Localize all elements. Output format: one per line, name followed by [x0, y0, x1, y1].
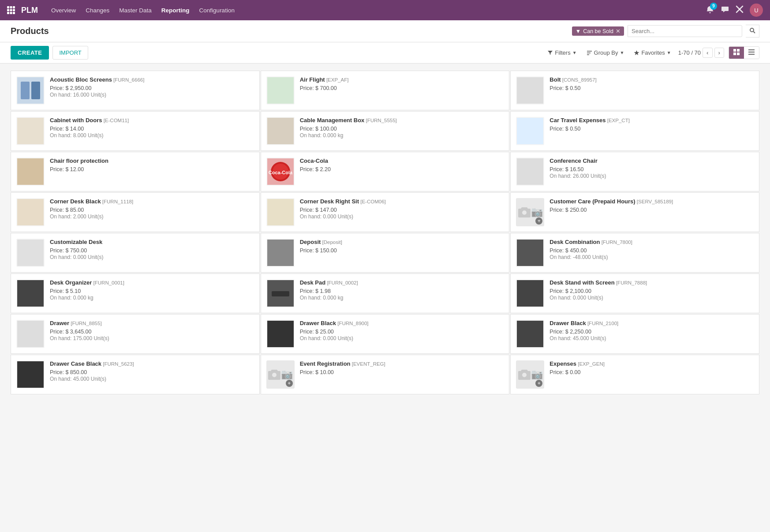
toolbar-right: Filters ▼ Group By ▼ Favorites ▼ 1-70 / … — [545, 46, 759, 59]
filter-tag[interactable]: ▼ Can be Sold ✕ — [572, 26, 624, 36]
product-info: Car Travel Expenses [EXP_CT] Price: $ 0.… — [549, 117, 754, 132]
svg-rect-43 — [517, 158, 543, 185]
product-card[interactable]: ✏ Desk Organizer [FURN_0001] Price: $ 5.… — [11, 273, 260, 313]
nav-overview[interactable]: Overview — [51, 7, 76, 14]
nav-configuration[interactable]: Configuration — [199, 7, 235, 14]
product-stock: On hand: 8.000 Unit(s) — [50, 132, 254, 139]
product-name: Cable Management Box [FURN_5555] — [300, 117, 504, 124]
product-image: + — [516, 360, 544, 389]
product-card[interactable]: + Customer Care (Prepaid Hours) [SERV_58… — [510, 192, 759, 232]
product-card[interactable]: 🗄 Drawer [FURN_8855] Price: $ 3,645.00 O… — [11, 314, 260, 354]
nav-reporting[interactable]: Reporting — [161, 7, 190, 14]
product-name: Desk Pad [FURN_0002] — [300, 279, 504, 287]
product-image: 🖥 — [266, 198, 295, 226]
grid-view-button[interactable] — [729, 47, 744, 59]
filter-remove-button[interactable]: ✕ — [616, 28, 620, 34]
product-price: Price: $ 450.00 — [549, 247, 754, 254]
product-name: Event Registration [EVENT_REG] — [300, 360, 504, 368]
product-image: + — [266, 360, 295, 389]
pagination-next[interactable]: › — [714, 48, 724, 58]
filters-label: Filters — [555, 49, 570, 56]
product-card[interactable]: 🗄 Drawer Case Black [FURN_5623] Price: $… — [11, 355, 260, 394]
user-avatar[interactable]: U — [750, 4, 763, 17]
product-card[interactable]: Coca-Cola Coca-Cola Price: $ 2.20 — [261, 152, 510, 191]
product-card[interactable]: 📦 Cable Management Box [FURN_5555] Price… — [261, 111, 510, 151]
product-price: Price: $ 750.00 — [50, 247, 254, 254]
product-card[interactable]: 🖥 Desk Stand with Screen [FURN_7888] Pri… — [510, 273, 759, 313]
product-card[interactable]: 🗄 Desk Combination [FURN_7800] Price: $ … — [510, 233, 759, 273]
import-button[interactable]: IMPORT — [52, 46, 88, 60]
product-stock: On hand: 0.000 Unit(s) — [50, 254, 254, 260]
product-card[interactable]: 🖥 Customizable Desk Price: $ 750.00 On h… — [11, 233, 260, 273]
app-logo[interactable]: PLM — [21, 6, 38, 15]
product-name: Deposit [Deposit] — [300, 239, 504, 246]
product-card[interactable]: 🚗 Car Travel Expenses [EXP_CT] Price: $ … — [510, 111, 759, 151]
product-info: Drawer Black [FURN_8900] Price: $ 25.00 … — [300, 320, 504, 341]
product-price: Price: $ 0.00 — [549, 369, 754, 375]
product-image: 🖥 — [16, 198, 45, 226]
toolbar-left: CREATE IMPORT — [11, 46, 88, 60]
product-card[interactable]: Acoustic Bloc Screens [FURN_6666] Price:… — [11, 71, 260, 110]
svg-rect-33 — [267, 118, 294, 144]
product-image: 🗄 — [16, 360, 45, 389]
product-card[interactable]: 🖥 Corner Desk Black [FURN_1118] Price: $… — [11, 192, 260, 232]
product-card[interactable]: 🔩 Bolt [CONS_89957] Price: $ 0.50 — [510, 71, 759, 110]
product-image: Coca-Cola — [266, 157, 295, 186]
product-card[interactable]: Desk Pad [FURN_0002] Price: $ 1.98 On ha… — [261, 273, 510, 313]
product-card[interactable]: + Event Registration [EVENT_REG] Price: … — [261, 355, 510, 394]
product-info: Desk Organizer [FURN_0001] Price: $ 5.10… — [50, 279, 254, 301]
group-by-dropdown[interactable]: Group By ▼ — [584, 48, 627, 58]
product-stock: On hand: 45.000 Unit(s) — [50, 376, 254, 382]
product-image — [16, 76, 45, 105]
pagination-prev[interactable]: ‹ — [703, 48, 712, 58]
product-info: Event Registration [EVENT_REG] Price: $ … — [300, 360, 504, 375]
product-name: Acoustic Bloc Screens [FURN_6666] — [50, 76, 254, 84]
grid-menu-icon[interactable] — [7, 6, 15, 14]
product-card[interactable]: 🪑 Chair floor protection Price: $ 12.00 — [11, 152, 260, 191]
product-card[interactable]: 🪑 Conference Chair Price: $ 16.50 On han… — [510, 152, 759, 191]
product-image: 🪑 — [516, 157, 544, 186]
chat-icon[interactable] — [721, 5, 729, 15]
product-stock: On hand: 0.000 Unit(s) — [300, 214, 504, 220]
product-info: Desk Combination [FURN_7800] Price: $ 45… — [549, 239, 754, 260]
favorites-dropdown[interactable]: Favorites ▼ — [631, 48, 673, 58]
product-ref: [EXP_CT] — [606, 118, 630, 123]
svg-rect-6 — [7, 12, 9, 14]
product-stock: On hand: 45.000 Unit(s) — [549, 335, 754, 341]
product-card[interactable]: + Expenses [EXP_GEN] Price: $ 0.00 — [510, 355, 759, 394]
svg-rect-61 — [17, 321, 44, 347]
nav-master-data[interactable]: Master Data — [119, 7, 152, 14]
search-input[interactable] — [628, 25, 742, 37]
nav-changes[interactable]: Changes — [86, 7, 109, 14]
product-name: Drawer Black [FURN_8900] — [300, 320, 504, 327]
product-name: Air Flight [EXP_AF] — [300, 76, 504, 84]
svg-rect-35 — [517, 118, 543, 144]
product-price: Price: $ 1.98 — [300, 288, 504, 294]
search-button[interactable] — [746, 25, 759, 37]
product-info: Coca-Cola Price: $ 2.20 — [300, 157, 504, 172]
filters-dropdown[interactable]: Filters ▼ — [545, 48, 579, 58]
product-ref: [E-COM11] — [102, 118, 129, 123]
product-card[interactable]: 🗄 Cabinet with Doors [E-COM11] Price: $ … — [11, 111, 260, 151]
list-view-button[interactable] — [744, 47, 759, 59]
close-icon[interactable] — [736, 5, 744, 15]
product-card[interactable]: 🗄 Drawer Black [FURN_8900] Price: $ 25.0… — [261, 314, 510, 354]
product-info: Bolt [CONS_89957] Price: $ 0.50 — [549, 76, 754, 91]
svg-point-11 — [750, 28, 754, 32]
svg-rect-4 — [10, 9, 12, 11]
notifications-icon[interactable]: 9 — [706, 5, 714, 15]
product-price: Price: $ 700.00 — [300, 85, 504, 91]
pagination: 1-70 / 70 ‹ › — [678, 48, 724, 58]
badge-count: 9 — [710, 3, 717, 10]
create-button[interactable]: CREATE — [11, 46, 49, 60]
product-card[interactable]: 🗄 Drawer Black [FURN_2100] Price: $ 2,25… — [510, 314, 759, 354]
product-card[interactable]: 💰 Deposit [Deposit] Price: $ 150.00 — [261, 233, 510, 273]
product-stock: On hand: 175.000 Unit(s) — [50, 335, 254, 341]
product-name: Expenses [EXP_GEN] — [549, 360, 754, 368]
svg-rect-67 — [17, 361, 44, 388]
product-name: Cabinet with Doors [E-COM11] — [50, 117, 254, 124]
product-card[interactable]: 🖥 Corner Desk Right Sit [E-COM06] Price:… — [261, 192, 510, 232]
product-card[interactable]: ✈ Air Flight [EXP_AF] Price: $ 700.00 — [261, 71, 510, 110]
product-price: Price: $ 16.50 — [549, 166, 754, 172]
svg-rect-0 — [7, 6, 9, 8]
